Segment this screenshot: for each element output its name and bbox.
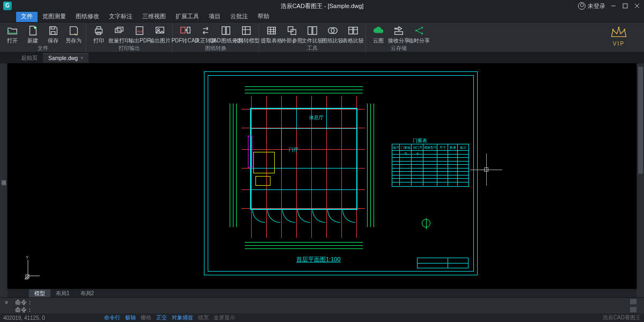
printer-icon xyxy=(93,25,105,36)
print-button[interactable]: 打印 xyxy=(89,24,109,45)
user-status[interactable]: 未登录 xyxy=(578,2,605,10)
receive-share-button[interactable]: 接收分享 xyxy=(389,24,409,45)
svg-rect-1 xyxy=(623,4,627,8)
pdf-to-cad-button[interactable]: PDF转CAD xyxy=(175,24,195,45)
svg-rect-23 xyxy=(291,30,296,34)
toggle-polar[interactable]: 极轴 xyxy=(123,314,138,321)
file-compare-button[interactable]: 文件比较 xyxy=(302,24,323,45)
table-compare-button[interactable]: 表格比较 xyxy=(343,24,363,45)
menu-edit[interactable]: 图纸修改 xyxy=(71,11,104,22)
export-image-button[interactable]: 输出图片 xyxy=(150,24,170,45)
layout-model-icon xyxy=(240,25,252,36)
svg-rect-19 xyxy=(226,27,230,35)
layout-to-model-button[interactable]: 布局转模型 xyxy=(236,24,257,45)
scroll-up-icon[interactable] xyxy=(630,299,636,304)
minimize-button[interactable] xyxy=(610,2,617,10)
ribbon-group-print-label: 打印输出 xyxy=(119,45,140,52)
crown-icon xyxy=(609,26,628,41)
menu-3d-view[interactable]: 三维视图 xyxy=(137,11,171,22)
svg-point-34 xyxy=(612,28,614,30)
tab-start-page[interactable]: 起始页 xyxy=(16,53,43,63)
menu-file[interactable]: 文件 xyxy=(16,11,38,22)
close-button[interactable] xyxy=(633,2,641,10)
command-history-line: 命令： xyxy=(15,298,620,306)
xref-button[interactable]: 外部参照 xyxy=(282,24,302,45)
ribbon-group-print: 打印 批量打印 PDF输出PDF 输出图片 打印输出 xyxy=(86,24,173,53)
svg-rect-6 xyxy=(51,32,55,35)
ribbon-group-convert: PDF转CAD 天正转换 CAD图纸分割 布局转模型 图纸转换 xyxy=(173,24,259,53)
batch-print-button[interactable]: 批量打印 xyxy=(109,24,129,45)
menu-bar: 文件 览图测量 图纸修改 文字标注 三维视图 扩展工具 项目 云批注 帮助 xyxy=(0,12,644,23)
vip-badge[interactable]: VIP xyxy=(605,26,632,47)
new-button[interactable]: 新建 xyxy=(23,24,43,45)
drawing-cursor xyxy=(470,153,502,186)
drawing-canvas[interactable]: Y 首层平面图1:100 xyxy=(8,63,636,289)
title-block xyxy=(417,258,469,268)
drawing-compare-button[interactable]: 图纸比较 xyxy=(323,24,343,45)
tab-close-icon[interactable]: × xyxy=(80,55,83,61)
save-button[interactable]: 保存 xyxy=(43,24,63,45)
command-close-button[interactable]: × xyxy=(0,298,13,313)
scroll-down-icon[interactable] xyxy=(630,307,636,312)
title-bar: 浩辰CAD看图王 - [Sample.dwg] 未登录 xyxy=(0,0,644,12)
cloud-button[interactable]: 云图 xyxy=(368,24,389,45)
plan-title: 首层平面图1:100 xyxy=(296,255,341,264)
layout-tab-model[interactable]: 模型 xyxy=(29,289,50,298)
scrollbar-thumb[interactable] xyxy=(638,67,643,174)
window-title: 浩辰CAD看图王 - [Sample.dwg] xyxy=(281,2,364,10)
menu-text-annotation[interactable]: 文字标注 xyxy=(104,11,137,22)
ribbon-group-file-label: 文件 xyxy=(38,45,48,52)
toggle-osnap[interactable]: 对象捕捉 xyxy=(170,314,195,321)
command-input[interactable]: 命令： xyxy=(15,306,620,313)
folder-open-icon xyxy=(6,25,18,36)
vip-label: VIP xyxy=(605,41,632,47)
menu-view-measure[interactable]: 览图测量 xyxy=(38,11,71,22)
toggle-grid[interactable]: 栅格 xyxy=(138,314,153,321)
menu-project[interactable]: 项目 xyxy=(204,11,225,22)
svg-rect-18 xyxy=(222,27,225,35)
cloud-icon xyxy=(372,25,384,36)
tab-sample-dwg[interactable]: Sample.dwg × xyxy=(43,53,89,63)
toggle-fullscreen[interactable]: 全屏显示 xyxy=(211,314,237,321)
toggle-cmdline[interactable]: 命令行 xyxy=(102,314,122,321)
export-pdf-button[interactable]: PDF输出PDF xyxy=(129,24,150,45)
layout-tab-layout1[interactable]: 布局1 xyxy=(50,289,75,298)
command-scrollbar[interactable] xyxy=(623,298,644,313)
maximize-button[interactable] xyxy=(621,2,629,10)
svg-rect-30 xyxy=(395,32,403,35)
svg-rect-28 xyxy=(349,27,353,34)
save-as-button[interactable]: 另存为 xyxy=(63,24,84,45)
extract-table-button[interactable]: 提取表格 xyxy=(261,24,282,45)
status-bar: 402019, 41125, 0 命令行 极轴 栅格 正交 对象捕捉 线宽 全屏… xyxy=(0,313,644,322)
toggle-ortho[interactable]: 正交 xyxy=(154,314,169,321)
vertical-scrollbar[interactable] xyxy=(636,63,644,289)
ribbon: 打开 新建 保存 另存为 文件 打印 批量打印 PDF输出PDF 输出图片 打印… xyxy=(0,23,644,53)
svg-rect-24 xyxy=(308,27,312,35)
menu-help[interactable]: 帮助 xyxy=(253,11,274,22)
menu-cloud-annotation[interactable]: 云批注 xyxy=(225,11,253,22)
ribbon-group-tools-label: 工具 xyxy=(307,45,318,52)
open-button[interactable]: 打开 xyxy=(2,24,23,45)
temp-share-button[interactable]: 临时分享 xyxy=(409,24,429,45)
cursor-coordinates: 402019, 41125, 0 xyxy=(3,315,45,321)
app-logo xyxy=(3,2,12,10)
menu-extensions[interactable]: 扩展工具 xyxy=(171,11,204,22)
svg-text:Y: Y xyxy=(26,255,29,260)
table-extract-icon xyxy=(266,25,277,36)
user-avatar-icon xyxy=(578,2,586,10)
tab-label: Sample.dwg xyxy=(48,55,78,61)
room-label-lobby: 门厅 xyxy=(289,147,298,153)
status-brand: 浩辰CAD看图王 xyxy=(603,314,641,321)
ribbon-group-tools: 提取表格 外部参照 文件比较 图纸比较 表格比较 工具 xyxy=(259,24,366,53)
pdf-to-cad-icon xyxy=(179,25,191,36)
table-compare-icon xyxy=(347,25,359,36)
svg-rect-22 xyxy=(288,27,293,32)
side-panel-strip[interactable]: 项目 xyxy=(0,63,8,289)
toggle-lineweight[interactable]: 线宽 xyxy=(196,314,211,321)
svg-rect-20 xyxy=(243,27,251,35)
layout-tab-layout2[interactable]: 布局2 xyxy=(75,289,100,298)
floor-plan: 休息厅 门厅 xyxy=(229,82,379,254)
svg-point-31 xyxy=(415,30,418,32)
receive-share-icon xyxy=(393,25,405,36)
command-line-area: × 命令： 命令： xyxy=(0,297,644,313)
